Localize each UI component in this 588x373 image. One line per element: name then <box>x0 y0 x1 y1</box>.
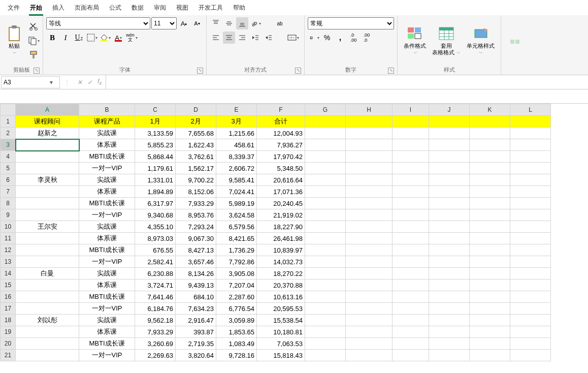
cell-J19[interactable] <box>429 326 470 338</box>
cell-I4[interactable] <box>393 151 429 163</box>
cell-H6[interactable] <box>346 174 393 186</box>
cell-A16[interactable] <box>16 291 79 303</box>
cell-G14[interactable] <box>305 268 346 279</box>
cell-A3[interactable] <box>16 139 79 151</box>
menu-开始[interactable]: 开始 <box>25 1 47 15</box>
increase-indent-button[interactable] <box>263 32 275 44</box>
cell-E6[interactable]: 9,585.41 <box>216 174 257 186</box>
cell-L16[interactable] <box>510 291 551 303</box>
format-painter-button[interactable] <box>27 49 40 61</box>
cell-G21[interactable] <box>305 350 346 361</box>
cell-E12[interactable]: 1,736.29 <box>216 244 257 256</box>
cell-L20[interactable] <box>510 338 551 350</box>
cell-K12[interactable] <box>470 244 510 256</box>
cell-B5[interactable]: 一对一VIP <box>79 163 135 174</box>
align-left-button[interactable] <box>210 32 222 44</box>
cell-E3[interactable]: 458.61 <box>216 139 257 151</box>
cell-L12[interactable] <box>510 244 551 256</box>
cell-E1[interactable]: 3月 <box>216 116 257 128</box>
italic-button[interactable]: I <box>59 32 72 44</box>
cell-C7[interactable]: 1,894.89 <box>135 186 176 198</box>
percent-format-button[interactable]: % <box>321 32 333 44</box>
cell-E2[interactable]: 1,215.66 <box>216 128 257 139</box>
cell-I3[interactable] <box>393 139 429 151</box>
menu-文件[interactable]: 文件 <box>3 1 25 15</box>
col-header-A[interactable]: A <box>16 104 79 116</box>
cell-I1[interactable] <box>393 116 429 128</box>
cell-F17[interactable]: 20,595.53 <box>257 303 305 315</box>
cell-D1[interactable]: 2月 <box>176 116 216 128</box>
cell-C5[interactable]: 1,179.61 <box>135 163 176 174</box>
cell-L14[interactable] <box>510 268 551 279</box>
cell-C15[interactable]: 3,724.71 <box>135 279 176 291</box>
cell-L18[interactable] <box>510 315 551 326</box>
cell-H19[interactable] <box>346 326 393 338</box>
cell-H5[interactable] <box>346 163 393 174</box>
cell-J10[interactable] <box>429 221 470 233</box>
cell-H20[interactable] <box>346 338 393 350</box>
accounting-format-button[interactable]: ¤▾ <box>308 32 320 44</box>
cell-J12[interactable] <box>429 244 470 256</box>
cell-J14[interactable] <box>429 268 470 279</box>
cell-C8[interactable]: 6,317.97 <box>135 198 176 209</box>
font-size-select[interactable]: 11 <box>151 17 177 29</box>
more-button[interactable] <box>504 36 527 54</box>
cell-I5[interactable] <box>393 163 429 174</box>
cell-G9[interactable] <box>305 209 346 221</box>
cell-C19[interactable]: 7,933.29 <box>135 326 176 338</box>
cell-G16[interactable] <box>305 291 346 303</box>
col-header-B[interactable]: B <box>79 104 135 116</box>
decrease-decimal-button[interactable]: .00.0 <box>361 32 373 44</box>
cell-H18[interactable] <box>346 315 393 326</box>
cell-C20[interactable]: 3,260.69 <box>135 338 176 350</box>
cell-J4[interactable] <box>429 151 470 163</box>
col-header-H[interactable]: H <box>346 104 393 116</box>
cell-I9[interactable] <box>393 209 429 221</box>
cell-K1[interactable] <box>470 116 510 128</box>
cell-F12[interactable]: 10,839.97 <box>257 244 305 256</box>
cell-J17[interactable] <box>429 303 470 315</box>
cell-A21[interactable] <box>16 350 79 361</box>
cell-H13[interactable] <box>346 256 393 268</box>
cell-D8[interactable]: 7,933.29 <box>176 198 216 209</box>
cell-C14[interactable]: 6,230.88 <box>135 268 176 279</box>
cell-E16[interactable]: 2,287.60 <box>216 291 257 303</box>
cell-K9[interactable] <box>470 209 510 221</box>
cell-E19[interactable]: 1,853.65 <box>216 326 257 338</box>
cell-B1[interactable]: 课程产品 <box>79 116 135 128</box>
cell-F18[interactable]: 15,538.54 <box>257 315 305 326</box>
col-header-K[interactable]: K <box>470 104 510 116</box>
cell-J11[interactable] <box>429 233 470 244</box>
cell-D13[interactable]: 3,657.46 <box>176 256 216 268</box>
cell-I12[interactable] <box>393 244 429 256</box>
cell-G18[interactable] <box>305 315 346 326</box>
cell-I2[interactable] <box>393 128 429 139</box>
name-box-input[interactable] <box>2 79 47 86</box>
cell-F16[interactable]: 10,613.16 <box>257 291 305 303</box>
cell-B13[interactable]: 一对一VIP <box>79 256 135 268</box>
menu-视图[interactable]: 视图 <box>171 1 193 15</box>
row-header-7[interactable]: 7 <box>1 186 16 198</box>
cell-K4[interactable] <box>470 151 510 163</box>
cell-J7[interactable] <box>429 186 470 198</box>
cell-G2[interactable] <box>305 128 346 139</box>
cell-A9[interactable] <box>16 209 79 221</box>
cell-H3[interactable] <box>346 139 393 151</box>
cell-D9[interactable]: 8,953.76 <box>176 209 216 221</box>
cell-B14[interactable]: 实战课 <box>79 268 135 279</box>
cell-J3[interactable] <box>429 139 470 151</box>
cell-L9[interactable] <box>510 209 551 221</box>
col-header-J[interactable]: J <box>429 104 470 116</box>
cell-C4[interactable]: 5,868.44 <box>135 151 176 163</box>
cell-K15[interactable] <box>470 279 510 291</box>
cell-G6[interactable] <box>305 174 346 186</box>
cell-J1[interactable] <box>429 116 470 128</box>
cell-G11[interactable] <box>305 233 346 244</box>
cell-F8[interactable]: 20,240.45 <box>257 198 305 209</box>
cell-F2[interactable]: 12,004.93 <box>257 128 305 139</box>
align-dialog-launcher[interactable]: ⤡ <box>295 68 301 74</box>
cell-F5[interactable]: 5,348.50 <box>257 163 305 174</box>
cell-D5[interactable]: 1,562.17 <box>176 163 216 174</box>
cell-F13[interactable]: 14,032.73 <box>257 256 305 268</box>
cell-D16[interactable]: 684.10 <box>176 291 216 303</box>
